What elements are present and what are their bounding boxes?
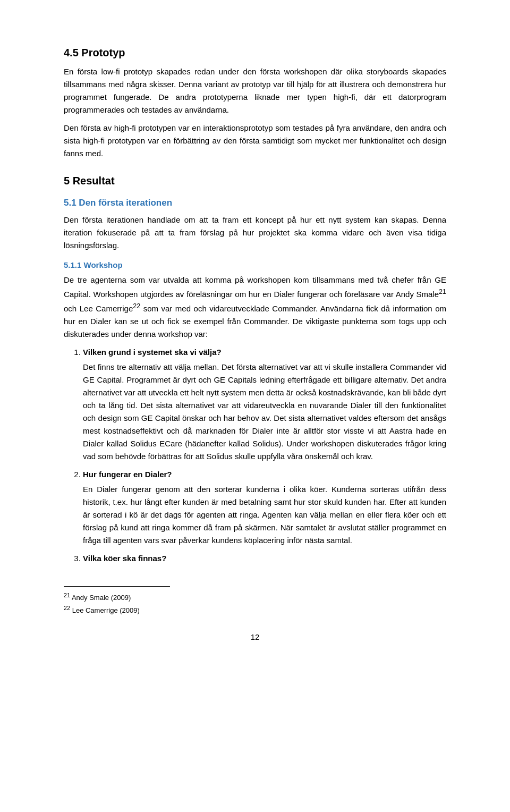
list-item-2: Hur fungerar en Dialer? En Dialer funger… bbox=[83, 468, 446, 547]
footnote-21: 21 Andy Smale (2009) bbox=[64, 591, 446, 604]
section-5-1-1-heading: 5.1.1 Workshop bbox=[64, 260, 446, 269]
list-item-3: Vilka köer ska finnas? bbox=[83, 552, 446, 565]
list-item-2-text: En Dialer fungerar genom att den sortera… bbox=[83, 483, 446, 547]
superscript-21: 21 bbox=[439, 288, 446, 295]
list-item-1: Vilken grund i systemet ska vi välja? De… bbox=[83, 346, 446, 463]
list-item-2-label: Hur fungerar en Dialer? bbox=[83, 470, 172, 479]
footnote-divider bbox=[64, 586, 170, 587]
section-5-heading: 5 Resultat bbox=[64, 175, 446, 187]
section-5-1-1-para1: De tre agenterna som var utvalda att kom… bbox=[64, 274, 446, 341]
footnote-21-text: Andy Smale (2009) bbox=[72, 594, 131, 602]
footnote-22-super: 22 bbox=[64, 605, 70, 611]
section-4-5-heading: 4.5 Prototyp bbox=[64, 47, 446, 59]
page-number: 12 bbox=[64, 632, 446, 641]
footnotes: 21 Andy Smale (2009) 22 Lee Camerrige (2… bbox=[64, 591, 446, 616]
footnote-22: 22 Lee Camerrige (2009) bbox=[64, 604, 446, 616]
superscript-22: 22 bbox=[133, 302, 140, 310]
list-item-1-label: Vilken grund i systemet ska vi välja? bbox=[83, 348, 222, 357]
footnote-22-text: Lee Camerrige (2009) bbox=[72, 606, 140, 614]
section-4-5-para1: En första low-fi prototyp skapades redan… bbox=[64, 65, 446, 116]
footnote-21-super: 21 bbox=[64, 592, 70, 598]
list-item-1-text: Det finns tre alternativ att välja mella… bbox=[83, 361, 446, 463]
section-4-5-para2: Den första av high-fi prototypen var en … bbox=[64, 122, 446, 160]
section-5-1-heading: 5.1 Den första iterationen bbox=[64, 198, 446, 208]
section-5-1-para1: Den första iterationen handlade om att t… bbox=[64, 214, 446, 252]
list-item-3-label: Vilka köer ska finnas? bbox=[83, 554, 166, 563]
workshop-list: Vilken grund i systemet ska vi välja? De… bbox=[83, 346, 446, 565]
page-content: 4.5 Prototyp En första low-fi prototyp s… bbox=[64, 0, 446, 684]
